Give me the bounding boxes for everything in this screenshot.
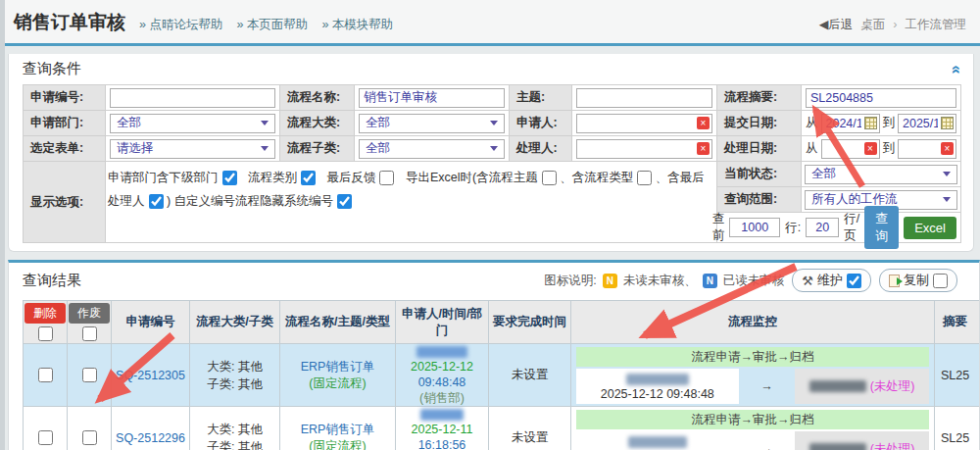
- chevron-down-icon: [943, 172, 951, 176]
- chevron-down-icon: [490, 121, 498, 125]
- col-deadline: 要求完成时间: [489, 301, 571, 344]
- subject-input[interactable]: [576, 88, 712, 108]
- category-cell: 大类: 其他子类: 其他: [207, 358, 263, 393]
- apply-no-input[interactable]: [110, 88, 275, 108]
- from-label: 从: [806, 115, 818, 131]
- flow-name-input[interactable]: [359, 88, 505, 108]
- row-delete-checkbox[interactable]: [38, 368, 53, 382]
- row-delete-checkbox[interactable]: [38, 430, 53, 445]
- page-left-edge: [0, 0, 5, 450]
- option-checkbox-excel-type[interactable]: [637, 171, 652, 185]
- select-all-void-checkbox[interactable]: [82, 326, 97, 341]
- deadline-cell: 未设置: [489, 407, 571, 450]
- help-link-forum[interactable]: » 点晴论坛帮助: [139, 17, 222, 33]
- search-button[interactable]: 查询: [864, 206, 899, 249]
- digest-cell: SL25: [935, 407, 980, 450]
- row-void-checkbox[interactable]: [82, 368, 97, 382]
- apply-no-link[interactable]: SQ-2512296: [116, 431, 185, 445]
- current-state-select[interactable]: 全部: [805, 165, 957, 184]
- monitor-from: 2025-12-11 16:18:56: [576, 431, 739, 450]
- chevron-down-icon: [261, 121, 269, 125]
- handler-input[interactable]: [576, 139, 712, 159]
- breadcrumb-desktop[interactable]: 桌面: [860, 17, 885, 33]
- deadline-cell: 未设置: [489, 344, 571, 407]
- redacted-name: [626, 374, 689, 385]
- copy-icon: [889, 275, 900, 287]
- option-label: 流程类别: [248, 171, 297, 184]
- handle-date-label: 处理日期:: [717, 136, 802, 162]
- icon-legend: 图标说明: N 未读未审核、 N 已读未审核: [544, 273, 784, 289]
- chevron-down-icon: [490, 146, 498, 151]
- digest-cell: SL25: [935, 344, 980, 407]
- clear-icon[interactable]: ×: [864, 142, 877, 155]
- applicant-label: 申请人:: [510, 111, 572, 136]
- monitor-arrow: →: [739, 369, 796, 404]
- results-panel-title: 查询结果: [23, 272, 81, 290]
- select-all-delete-checkbox[interactable]: [38, 326, 53, 341]
- applicant-cell: 2025-12-12 09:48:48 (销售部): [396, 344, 489, 407]
- col-digest: 摘要: [935, 301, 980, 344]
- calendar-icon[interactable]: [864, 117, 877, 129]
- calendar-icon[interactable]: [941, 117, 954, 129]
- rows-token: 行:: [785, 220, 801, 236]
- collapse-icon[interactable]: «: [951, 65, 964, 74]
- apply-no-link[interactable]: SQ-2512305: [116, 369, 185, 382]
- back-button[interactable]: ◀后退: [819, 17, 854, 33]
- clear-icon[interactable]: ×: [941, 142, 954, 155]
- clear-icon[interactable]: ×: [697, 142, 710, 155]
- maintain-checkbox[interactable]: [847, 274, 861, 288]
- submit-date-label: 提交日期:: [717, 111, 802, 136]
- chevron-down-icon: [261, 146, 269, 151]
- breadcrumb-workflow[interactable]: 工作流管理: [906, 17, 967, 33]
- option-label: 申请部门含下级部门: [108, 171, 219, 184]
- monitor-cell: 流程申请→审批→归档 2025-12-11 16:18:56 → (未处理): [571, 407, 935, 450]
- delete-button[interactable]: 删除: [24, 303, 66, 324]
- redacted-name: [809, 443, 866, 450]
- top-bar: 销售订单审核 » 点晴论坛帮助 » 本页面帮助 » 本模块帮助 ◀后退 桌面 ›…: [0, 0, 980, 46]
- clear-icon[interactable]: ×: [697, 117, 710, 129]
- tools-icon: ⚒: [802, 274, 813, 288]
- option-checkbox-excel-subject[interactable]: [542, 171, 557, 185]
- apply-dept-select[interactable]: 全部: [110, 114, 275, 133]
- copy-button[interactable]: 复制: [879, 269, 957, 292]
- subject-label: 主题:: [510, 85, 572, 111]
- option-checkbox-hide-sysno[interactable]: [337, 194, 352, 209]
- monitor-path: 流程申请→审批→归档: [576, 410, 929, 429]
- help-link-module[interactable]: » 本模块帮助: [321, 17, 393, 33]
- page-title: 销售订单审核: [14, 10, 125, 35]
- redacted-applicant-name: [420, 409, 464, 421]
- option-checkbox-excel-handler[interactable]: [149, 194, 164, 209]
- row-void-checkbox[interactable]: [82, 430, 97, 445]
- display-options-label: 显示选项:: [24, 162, 106, 243]
- results-panel: 查询结果 图标说明: N 未读未审核、 N 已读未审核 ⚒ 维护 复制 删除 作…: [8, 260, 980, 450]
- maintain-button[interactable]: ⚒ 维护: [792, 269, 871, 292]
- form-select[interactable]: 请选择: [110, 139, 275, 159]
- table-row: SQ-2512296 大类: 其他子类: 其他 ERP销售订单(固定流程) 20…: [24, 407, 980, 450]
- flow-minor-select[interactable]: 全部: [359, 139, 505, 159]
- flow-major-select[interactable]: 全部: [359, 114, 505, 133]
- digest-input[interactable]: [806, 88, 956, 108]
- flow-major-label: 流程大类:: [280, 111, 355, 136]
- redacted-applicant-name: [416, 346, 467, 358]
- rows-limit-input[interactable]: [729, 218, 780, 237]
- option-checkbox-last-feedback[interactable]: [379, 171, 394, 185]
- to-label: 到: [883, 115, 896, 131]
- monitor-path: 流程申请→审批→归档: [576, 347, 929, 367]
- option-checkbox-sub-dept[interactable]: [222, 171, 237, 185]
- col-category: 流程大类/子类: [190, 301, 280, 344]
- col-monitor: 流程监控: [571, 301, 935, 344]
- breadcrumb-separator: ›: [893, 18, 897, 31]
- current-state-label: 当前状态:: [717, 162, 802, 186]
- excel-button[interactable]: Excel: [904, 217, 956, 239]
- page-size-input[interactable]: [806, 218, 839, 237]
- option-checkbox-flow-category[interactable]: [301, 171, 316, 185]
- copy-checkbox[interactable]: [933, 274, 948, 288]
- applicant-input[interactable]: [576, 114, 712, 133]
- help-link-page[interactable]: » 本页面帮助: [236, 17, 308, 33]
- table-row: SQ-2512305 大类: 其他子类: 其他 ERP销售订单(固定流程) 20…: [24, 344, 980, 407]
- void-button[interactable]: 作废: [69, 303, 110, 324]
- monitor-cell: 流程申请→审批→归档 2025-12-12 09:48:48 → (未处理): [571, 344, 935, 407]
- query-panel: 查询条件 « 申请编号: 流程名称: 主题: 流程摘要: 申请部门: 全部 流程…: [8, 54, 974, 252]
- status-badge: (未处理): [870, 441, 915, 450]
- digest-label: 流程摘要:: [717, 85, 802, 111]
